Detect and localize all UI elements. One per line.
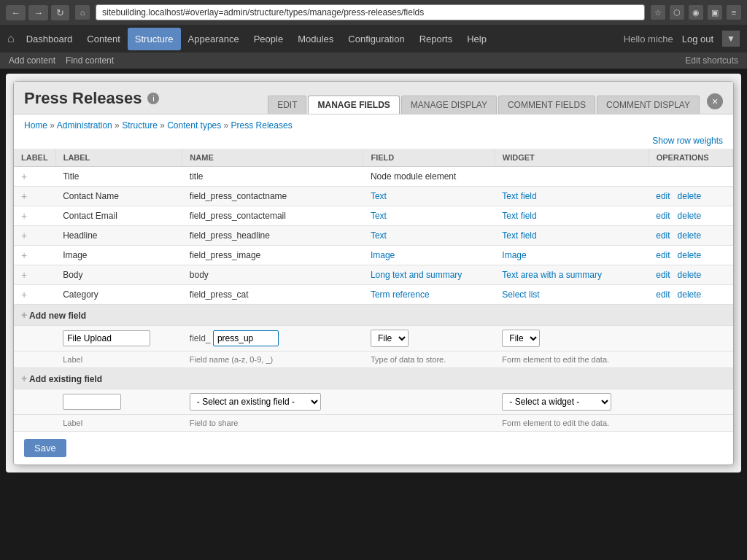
col-field: FIELD (363, 149, 495, 167)
drag-handle-contactemail[interactable]: + (21, 210, 27, 222)
delete-contactemail[interactable]: delete (678, 211, 702, 221)
delete-headline[interactable]: delete (678, 230, 702, 241)
cell-label-body: Body (55, 265, 182, 285)
cell-field-image[interactable]: Image (371, 250, 395, 260)
cell-widget-contactemail[interactable]: Text field (502, 211, 536, 221)
reload-button[interactable]: ↻ (51, 5, 69, 20)
cell-field-contactemail[interactable]: Text (371, 211, 387, 221)
drag-handle-headline[interactable]: + (21, 230, 27, 241)
ext-icon-4[interactable]: ≡ (727, 5, 741, 20)
cell-name-body: body (182, 265, 363, 285)
edit-category[interactable]: edit (656, 289, 670, 300)
existing-field-select[interactable]: - Select an existing field - (190, 393, 321, 411)
tab-comment-fields[interactable]: COMMENT FIELDS (498, 96, 595, 114)
delete-category[interactable]: delete (678, 289, 702, 300)
address-bar[interactable] (96, 4, 645, 20)
close-button[interactable]: × (707, 93, 723, 109)
breadcrumb-structure[interactable]: Structure (122, 120, 158, 131)
ext-icon-2[interactable]: ◉ (689, 5, 703, 20)
hello-text: Hello miche (624, 34, 673, 44)
drag-handle-contactname[interactable]: + (21, 190, 27, 202)
tab-manage-fields[interactable]: MANAGE FIELDS (308, 96, 399, 114)
cell-field-headline[interactable]: Text (371, 230, 387, 241)
cell-field-body[interactable]: Long text and summary (371, 270, 462, 280)
cell-field-category[interactable]: Term reference (371, 289, 430, 300)
name-hint-label: Field name (a-z, 0-9, _) (182, 351, 363, 368)
tab-comment-display[interactable]: COMMENT DISPLAY (597, 96, 700, 114)
existing-field-label-input[interactable] (63, 394, 121, 410)
nav-structure[interactable]: Structure (128, 28, 181, 50)
nav-reports[interactable]: Reports (412, 28, 460, 50)
add-new-field-icon: + (21, 309, 27, 321)
edit-headline[interactable]: edit (656, 230, 670, 241)
new-field-name-input[interactable] (213, 330, 279, 346)
cell-widget-body[interactable]: Text area with a summary (502, 270, 602, 280)
add-new-field-label: Add new field (29, 311, 86, 321)
drag-handle-title[interactable]: + (21, 171, 27, 182)
nav-help[interactable]: Help (460, 28, 494, 50)
cell-ops-contactemail: edit delete (649, 206, 732, 226)
nav-appearance[interactable]: Appearance (181, 28, 247, 50)
browser-icons: ☆ ⬡ ◉ ▣ ≡ (651, 5, 741, 20)
cell-ex-empty-2 (363, 415, 495, 432)
existing-widget-select[interactable]: - Select a widget - (502, 393, 611, 411)
delete-image[interactable]: delete (678, 250, 702, 260)
nav-arrow-button[interactable]: ▼ (722, 31, 740, 47)
table-row: + Image field_press_image Image Image ed… (14, 246, 733, 265)
tab-edit[interactable]: EDIT (268, 96, 306, 114)
cell-name-contactname: field_press_contactname (182, 187, 363, 206)
add-new-drag-cell (14, 326, 55, 351)
cell-widget-category[interactable]: Select list (502, 289, 539, 300)
nav-modules[interactable]: Modules (290, 28, 341, 50)
add-content-link[interactable]: Add content (9, 55, 55, 66)
breadcrumb-press-releases[interactable]: Press Releases (231, 120, 293, 131)
edit-shortcuts-link[interactable]: Edit shortcuts (685, 55, 738, 66)
nav-dashboard[interactable]: Dashboard (19, 28, 80, 50)
breadcrumb-content-types[interactable]: Content types (167, 120, 221, 131)
add-existing-type-cell (363, 389, 495, 415)
ext-icon-1[interactable]: ⬡ (670, 5, 684, 20)
edit-body[interactable]: edit (656, 270, 670, 280)
nav-people[interactable]: People (247, 28, 290, 50)
tab-manage-display[interactable]: MANAGE DISPLAY (401, 96, 497, 114)
drag-handle-category[interactable]: + (21, 289, 27, 300)
logout-button[interactable]: Log out (676, 31, 719, 47)
home-nav-icon[interactable]: ⌂ (7, 32, 15, 45)
new-field-type-select[interactable]: File (371, 330, 409, 347)
forward-button[interactable]: → (28, 5, 48, 20)
edit-contactemail[interactable]: edit (656, 211, 670, 221)
cell-ops-headline: edit delete (649, 226, 732, 246)
edit-image[interactable]: edit (656, 250, 670, 260)
browser-nav[interactable]: ← → ↻ (6, 5, 69, 20)
back-button[interactable]: ← (6, 5, 26, 20)
cell-widget-contactname[interactable]: Text field (502, 191, 536, 201)
cell-empty-2 (649, 351, 732, 368)
add-existing-widget-cell: - Select a widget - (495, 389, 649, 415)
star-icon[interactable]: ☆ (651, 5, 665, 20)
cell-ex-empty-1 (14, 415, 55, 432)
show-row-weights-link[interactable]: Show row weights (652, 136, 723, 146)
type-hint-label: Type of data to store. (363, 351, 495, 368)
new-field-widget-select[interactable]: File (502, 330, 540, 347)
delete-contactname[interactable]: delete (678, 191, 702, 201)
existing-field-hint: Field to share (182, 415, 363, 432)
breadcrumb-admin[interactable]: Administration (57, 120, 112, 131)
info-icon[interactable]: i (147, 93, 159, 104)
cell-field-contactname[interactable]: Text (371, 191, 387, 201)
save-button[interactable]: Save (24, 439, 66, 457)
nav-configuration[interactable]: Configuration (341, 28, 411, 50)
cell-widget-image[interactable]: Image (502, 250, 526, 260)
edit-contactname[interactable]: edit (656, 191, 670, 201)
widget-hint-label: Form element to edit the data. (495, 351, 649, 368)
ext-icon-3[interactable]: ▣ (708, 5, 722, 20)
home-icon[interactable]: ⌂ (75, 5, 90, 20)
drag-handle-image[interactable]: + (21, 249, 27, 261)
cell-widget-headline[interactable]: Text field (502, 230, 536, 241)
new-field-label-input[interactable] (63, 330, 150, 346)
delete-body[interactable]: delete (678, 270, 702, 280)
nav-content[interactable]: Content (80, 28, 128, 50)
breadcrumb-home[interactable]: Home (24, 120, 47, 131)
drag-handle-body[interactable]: + (21, 269, 27, 281)
add-existing-field-inputs-row: - Select an existing field - - Select a … (14, 389, 733, 415)
find-content-link[interactable]: Find content (66, 55, 114, 66)
